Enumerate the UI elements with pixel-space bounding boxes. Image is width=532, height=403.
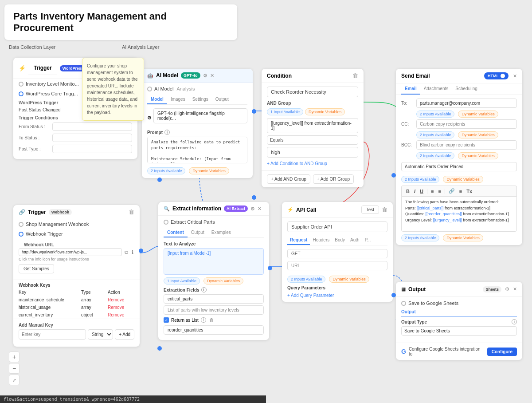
output-close[interactable]: ✕: [513, 286, 517, 292]
ai-tab-model[interactable]: Model: [147, 95, 167, 104]
html-toggle[interactable]: HTML: [484, 72, 509, 79]
align-btn[interactable]: ≡: [458, 188, 463, 194]
remove-key-1[interactable]: Remove: [108, 297, 134, 302]
output-type-select[interactable]: Save to Google Sheets: [401, 326, 517, 336]
conn-dot-4: [268, 266, 272, 270]
italic-btn[interactable]: I: [413, 188, 416, 194]
wh-radio-1[interactable]: Shop Management Webhook: [13, 219, 140, 229]
to-label: To:: [401, 101, 414, 106]
list-btn[interactable]: ≡: [430, 188, 434, 194]
api-tab-more[interactable]: P...: [362, 236, 374, 245]
email-tab-scheduling[interactable]: Scheduling: [452, 83, 481, 95]
send-email-card: Send Email HTML ✕ Email Attachments Sche…: [396, 69, 522, 245]
from-status-row[interactable]: From Status :: [13, 121, 137, 132]
condition-field-value[interactable]: [[urgency_level]] from extractInformatio…: [267, 118, 358, 133]
extract-desc-1[interactable]: [164, 305, 264, 315]
to-status-row[interactable]: To Status :: [13, 132, 137, 143]
get-samples-btn[interactable]: Get Samples: [19, 264, 54, 273]
clear-btn[interactable]: Tx: [466, 188, 473, 194]
configure-btn[interactable]: Configure: [487, 348, 517, 356]
config-text: Configure Google Sheets integration to: [409, 347, 485, 356]
add-key-type[interactable]: String: [88, 329, 113, 340]
add-key-btn[interactable]: + Add: [115, 329, 134, 340]
underline-btn[interactable]: U: [419, 188, 424, 194]
output-radio[interactable]: Save to Google Sheets: [401, 300, 517, 306]
delete-field-1[interactable]: 🗑: [208, 316, 215, 324]
to-input[interactable]: [416, 99, 517, 108]
condition-header: Condition 🗑 True False: [262, 69, 364, 83]
add-key-input[interactable]: [19, 329, 86, 340]
zoom-out-btn[interactable]: −: [9, 363, 20, 374]
ai-tab-output[interactable]: Output: [212, 95, 232, 104]
extract-field-2[interactable]: [164, 325, 264, 335]
extract-radio[interactable]: Extract Critical Parts: [164, 219, 264, 225]
add-condition-btn[interactable]: + Add Condition to AND Group: [267, 160, 327, 167]
condition-delete[interactable]: 🗑: [352, 72, 358, 79]
add-key-section: Add Manual Key String + Add: [13, 319, 140, 343]
cond-input-badge: 1 Input Available: [267, 108, 303, 115]
ai-tab-settings[interactable]: Settings: [189, 95, 212, 104]
ai-model-radio[interactable]: AI Model Analysis: [147, 86, 247, 91]
extract-field-1[interactable]: [164, 294, 264, 304]
add-and-group-btn[interactable]: + Add AND Group: [267, 174, 310, 184]
extract-close[interactable]: ✕: [258, 206, 262, 212]
link-btn[interactable]: 🔗: [448, 188, 456, 194]
remove-key-3[interactable]: Remove: [108, 312, 134, 317]
fit-screen-btn[interactable]: ⤢: [9, 375, 20, 385]
api-url-input[interactable]: [287, 261, 387, 270]
email-body[interactable]: The following parts have been automatica…: [401, 196, 517, 232]
google-logo: G: [401, 348, 406, 355]
info-url-btn[interactable]: ℹ: [131, 249, 134, 256]
extract-tabs: Content Output Examples: [164, 228, 264, 238]
wh-badge: Webhook: [49, 209, 72, 215]
post-type-row[interactable]: Post Type :: [13, 143, 137, 154]
text-analyze-box[interactable]: [Input from aiModel-1]: [164, 248, 264, 275]
condition-operator[interactable]: Equals: [267, 135, 358, 145]
webhook-url-input[interactable]: [19, 248, 122, 256]
trigger-wh-title: Trigger: [28, 209, 46, 215]
return-as-list-row[interactable]: Return as List i 🗑: [164, 316, 264, 324]
email-tab-email[interactable]: Email: [401, 83, 420, 95]
copy-url-btn[interactable]: ⧉: [124, 249, 129, 256]
output-gear[interactable]: ⚙: [504, 285, 510, 293]
condition-value-input[interactable]: [267, 147, 358, 158]
remove-key-2[interactable]: Remove: [108, 305, 134, 310]
zoom-in-btn[interactable]: +: [9, 352, 20, 362]
cc-input[interactable]: [416, 119, 517, 129]
ext-tab-content[interactable]: Content: [164, 228, 188, 237]
ai-model-gear[interactable]: ⚙: [203, 73, 207, 79]
email-close[interactable]: ✕: [513, 73, 517, 79]
api-tab-headers[interactable]: Headers: [310, 236, 332, 245]
model-select[interactable]: GPT-4o (High-intelligence flagship model…: [153, 108, 247, 123]
api-tab-request[interactable]: Request: [287, 236, 310, 245]
email-subject-input[interactable]: [401, 162, 517, 171]
api-test-btn[interactable]: Test: [361, 205, 379, 214]
ext-tab-examples[interactable]: Examples: [208, 228, 235, 237]
add-query-btn[interactable]: + Add Query Parameter: [287, 293, 334, 298]
trigger-wh-delete[interactable]: 🗑: [129, 209, 134, 215]
from-status-select[interactable]: [52, 122, 132, 131]
api-tab-auth[interactable]: Auth: [348, 236, 362, 245]
list2-btn[interactable]: ≡: [437, 188, 442, 194]
api-delete[interactable]: 🗑: [382, 206, 387, 213]
condition-name-input[interactable]: [267, 87, 358, 97]
to-status-select[interactable]: [52, 134, 132, 142]
email-tab-attachments[interactable]: Attachments: [420, 83, 452, 95]
add-or-group-btn[interactable]: + Add OR Group: [313, 174, 354, 184]
api-name-input[interactable]: [287, 221, 387, 232]
ext-tab-output[interactable]: Output: [188, 228, 208, 237]
bold-btn[interactable]: B: [405, 188, 411, 194]
return-list-checkbox[interactable]: [164, 317, 169, 323]
trigger-wh-card: 🔗 Trigger Webhook 🗑 Shop Management Webh…: [13, 205, 140, 347]
output-title: Output: [408, 286, 480, 292]
api-method-select[interactable]: GET: [287, 249, 387, 258]
wh-radio-2[interactable]: Webhook Trigger: [13, 229, 140, 239]
ai-tab-images[interactable]: Images: [167, 95, 189, 104]
post-type-select[interactable]: [52, 145, 132, 153]
ai-model-close[interactable]: ✕: [210, 73, 214, 79]
webhook-url-section: Webhook URL ⧉ ℹ Click the info icon for …: [13, 239, 140, 277]
prompt-textarea[interactable]: Analyze the following data to predict pa…: [147, 137, 247, 163]
api-tab-body[interactable]: Body: [332, 236, 348, 245]
extract-gear[interactable]: ⚙: [250, 206, 255, 212]
bcc-input[interactable]: [416, 140, 517, 150]
